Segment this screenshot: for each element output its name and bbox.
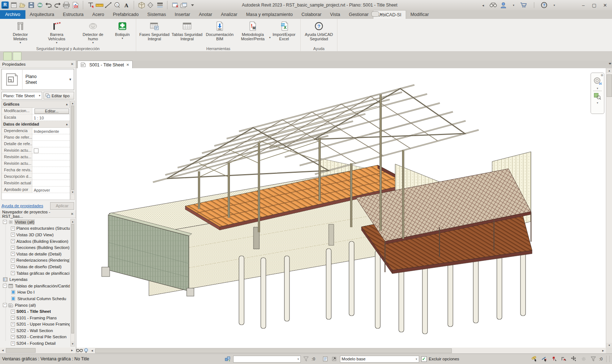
thin-lines-icon[interactable] [155, 1, 167, 9]
close-navbar-icon[interactable]: ⊗ [600, 73, 603, 77]
expand-icon[interactable]: + [11, 239, 15, 243]
expand-icon[interactable]: + [11, 310, 15, 314]
property-value[interactable] [32, 160, 70, 167]
expand-icon[interactable]: + [11, 341, 15, 345]
tree-item-s201-upper-house-framing[interactable]: +S201 - Upper House Framing [1, 321, 70, 328]
close-properties-icon[interactable]: ✕ [71, 62, 74, 66]
sync-with-central-icon[interactable] [36, 1, 44, 9]
select-links-icon[interactable] [531, 356, 538, 362]
property-value[interactable] [32, 154, 70, 160]
detector-de-humo-button[interactable]: Detector de humo▾ [75, 20, 111, 45]
tag-number-icon[interactable]: 1 [113, 1, 121, 9]
expand-icon[interactable]: + [11, 271, 15, 275]
property-value[interactable] [32, 147, 70, 154]
show-links-toggle-icon[interactable] [331, 356, 338, 362]
selection-filter-icon[interactable] [590, 356, 597, 362]
close-hidden-windows-icon[interactable] [171, 1, 179, 9]
property-section-datos-de-identidad[interactable]: Datos de identidad▲ [2, 121, 70, 128]
expand-icon[interactable]: + [11, 328, 15, 332]
switch-windows-icon[interactable] [179, 1, 188, 9]
worksets-icon[interactable] [224, 356, 231, 362]
tree-item-s203-central-pile-section[interactable]: +S203 - Central Pile Section [1, 334, 70, 340]
tree-item-s204-footing-detail[interactable]: +S204 - Footing Detail [1, 340, 70, 347]
ribbon-tab-arquitectura[interactable]: Arquitectura [25, 10, 58, 19]
edit-type-button[interactable]: Editar tipo [44, 92, 74, 99]
expand-icon[interactable]: + [11, 335, 15, 339]
properties-scrollbar[interactable]: ▲ ▼ [70, 101, 75, 200]
property-value[interactable] [32, 141, 70, 147]
workset-filter-funnel-icon[interactable] [303, 356, 309, 362]
type-selector[interactable]: Plano Sheet ▼ [1, 69, 74, 90]
collapse-icon[interactable]: − [3, 284, 7, 288]
tree-item-vistas-de-dise-o-detail[interactable]: +Vistas de diseño (Detail) [1, 263, 70, 270]
tree-item-alzados-building-elevation[interactable]: +Alzados (Building Elevation) [1, 238, 70, 245]
instance-selector[interactable]: Plano: Title Sheet▾ [1, 92, 42, 99]
maximize-button[interactable]: ▢ [589, 1, 600, 9]
ribbon-tab-archivo[interactable]: Archivo [0, 10, 25, 19]
export-pdf-icon[interactable]: PDF [70, 1, 83, 9]
collapse-icon[interactable]: ▲ [65, 123, 68, 126]
property-value[interactable]: 1 : 10 [32, 114, 70, 120]
print-icon[interactable] [62, 1, 70, 9]
scroll-left-icon[interactable]: ◄ [0, 348, 5, 353]
docked-palette-chip[interactable] [3, 52, 12, 61]
expand-icon[interactable]: + [11, 265, 15, 269]
close-view-icon[interactable]: ✕ [126, 63, 129, 67]
botiqu-n-button[interactable]: BOTIQUÍNBotiquín▾ [111, 20, 134, 45]
tree-item-vistas-3d-3d-view[interactable]: +Vistas 3D (3D View) [1, 232, 70, 238]
tree-item-vistas-de-detalle-detail[interactable]: +Vistas de detalle (Detail) [1, 251, 70, 257]
collapse-arrow-icon[interactable]: ◂ [479, 1, 487, 9]
property-section-gr-ficos[interactable]: Gráficos▲ [2, 101, 70, 108]
customize-dropdown-icon[interactable] [188, 1, 197, 9]
properties-help-link[interactable]: Ayuda de propiedades [1, 204, 43, 208]
tree-item-how-do-i[interactable]: How Do I [1, 289, 70, 296]
undo-icon[interactable] [44, 1, 53, 9]
detector-metales-button[interactable]: Detector Metales▾ [2, 20, 38, 45]
value-checkbox[interactable] [34, 148, 38, 153]
ayuda-urbicad-seguridad-button[interactable]: ?Ayuda UrbiCAD Seguridad [303, 20, 335, 45]
collapse-icon[interactable]: − [3, 220, 7, 224]
ribbon-tab-colaborar[interactable]: Colaborar [297, 10, 326, 19]
canvas-vscrollbar[interactable]: ▲ ▼ [606, 68, 612, 348]
expand-icon[interactable]: + [11, 246, 15, 250]
ribbon-tab-insertar[interactable]: Insertar [170, 10, 194, 19]
help-dropdown-icon[interactable]: ▾ [551, 1, 558, 9]
scroll-down-icon[interactable]: ▼ [71, 341, 74, 346]
property-value[interactable]: Independiente [32, 128, 70, 134]
active-workset-select[interactable]: ▾ [233, 356, 301, 363]
app-store-cart-icon[interactable] [520, 1, 527, 9]
zoom-region-icon[interactable] [593, 92, 601, 102]
save-icon[interactable] [27, 1, 36, 9]
property-value[interactable]: Editar... [32, 108, 70, 114]
ribbon-tab-vista[interactable]: Vista [326, 10, 345, 19]
documentaci-n-bim-button[interactable]: BIMDocumentación BIM [204, 20, 236, 45]
reveal-hidden-glasses-icon[interactable] [76, 347, 83, 354]
scroll-up-icon[interactable]: ▲ [71, 101, 74, 106]
property-value[interactable] [32, 167, 70, 173]
section-icon[interactable] [146, 1, 155, 9]
ribbon-tab-modificar[interactable]: Modificar [406, 10, 433, 19]
property-value[interactable]: Approver [32, 187, 70, 193]
account-dropdown-icon[interactable]: ▾ [510, 1, 517, 9]
expand-icon[interactable]: + [11, 252, 15, 256]
ribbon-tab-analizar[interactable]: Analizar [216, 10, 242, 19]
temporary-hide-isolate-icon[interactable] [83, 347, 89, 354]
view-tab-s001[interactable]: S001 - Title Sheet ✕ [77, 61, 133, 69]
ribbon-tab-masa-y-emplazamiento[interactable]: Masa y emplazamiento [242, 10, 297, 19]
expand-icon[interactable]: + [11, 226, 15, 230]
scroll-up-icon[interactable]: ▲ [71, 219, 74, 224]
import-expor-excel-button[interactable]: XImport/Expor Excel [270, 20, 298, 45]
fases-seguridad-integral-button[interactable]: Fases Seguridad Integral [138, 20, 170, 45]
tree-item-tablas-gr-ficas-de-planificaci[interactable]: +Tablas gráficas de planificació [1, 270, 70, 277]
docked-palette-chip[interactable] [13, 52, 21, 61]
tree-item-s202-wall-section[interactable]: +S202 - Wall Section [1, 327, 70, 334]
tree-item-planos-estructurales-structur[interactable]: +Planos estructurales (Structur [1, 225, 70, 232]
editable-only-toggle-icon[interactable] [323, 356, 329, 362]
scroll-down-icon[interactable]: ▼ [71, 190, 74, 195]
settings-gear-icon[interactable] [580, 356, 587, 362]
text-icon[interactable]: A [121, 1, 134, 9]
tree-item-renderizaciones-rendering[interactable]: +Renderizaciones (Rendering) [1, 257, 70, 264]
properties-window-icon[interactable] [9, 1, 18, 9]
tree-item-tablas-de-planificaci-n-cantid[interactable]: −Tablas de planificación/Cantid [1, 283, 70, 289]
tree-item-structural-column-schedu[interactable]: Structural Column Schedu [1, 295, 70, 302]
